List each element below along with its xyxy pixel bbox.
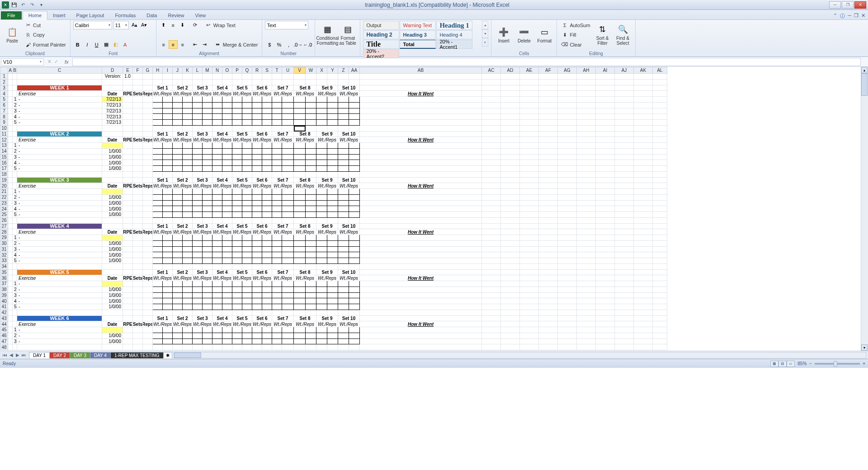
cell-AC15[interactable] xyxy=(482,155,501,160)
cell-J24[interactable] xyxy=(173,206,183,212)
cell-C9[interactable]: - xyxy=(17,120,102,126)
cell-D17[interactable]: 1/0/00 xyxy=(102,166,123,172)
cell-A18[interactable] xyxy=(8,172,13,178)
cell-AA39[interactable] xyxy=(349,293,360,299)
cell-H32[interactable] xyxy=(153,252,163,258)
cell-X26[interactable] xyxy=(316,218,327,224)
cell-R36[interactable]: Wt./Reps xyxy=(252,275,272,281)
cell-L15[interactable] xyxy=(193,155,203,160)
cell-AK25[interactable] xyxy=(634,212,653,218)
cell-Q1[interactable] xyxy=(242,74,252,80)
cell-V24[interactable] xyxy=(294,206,306,212)
cell-AI7[interactable] xyxy=(596,108,615,114)
style-total[interactable]: Total xyxy=(400,40,436,49)
cell-P4[interactable]: Wt./Reps xyxy=(232,91,252,97)
cell-AJ2[interactable] xyxy=(615,80,634,85)
cell-U42[interactable] xyxy=(282,310,294,316)
cell-O31[interactable] xyxy=(222,247,232,253)
cell-Y23[interactable] xyxy=(327,201,338,207)
cell-AE2[interactable] xyxy=(520,80,539,85)
cell-AI2[interactable] xyxy=(596,80,615,85)
cell-AJ10[interactable] xyxy=(615,126,634,132)
cell-V27[interactable]: Set 8 xyxy=(294,224,316,230)
cell-A32[interactable] xyxy=(8,252,13,258)
cell-C31[interactable]: - xyxy=(17,247,102,253)
col-M[interactable]: M xyxy=(203,67,212,74)
cell-V15[interactable] xyxy=(294,155,306,160)
cell-AK24[interactable] xyxy=(634,206,653,212)
cell-G28[interactable]: Reps xyxy=(143,229,153,235)
cell-V19[interactable]: Set 8 xyxy=(294,178,316,183)
cell-AL29[interactable] xyxy=(653,235,667,241)
cell-AG28[interactable] xyxy=(558,229,577,235)
cell-AF14[interactable] xyxy=(539,149,558,155)
style-title[interactable]: Title xyxy=(363,40,399,49)
cell-AB22[interactable] xyxy=(360,195,482,201)
col-D[interactable]: D xyxy=(102,67,123,74)
cell-F39[interactable] xyxy=(133,293,143,299)
cell-AI32[interactable] xyxy=(596,252,615,258)
cell-AI39[interactable] xyxy=(596,293,615,299)
cell-A27[interactable] xyxy=(8,224,13,230)
cell-H30[interactable] xyxy=(153,241,163,247)
cell-X12[interactable]: Wt./Reps xyxy=(316,137,338,143)
cell-X23[interactable] xyxy=(316,201,327,207)
cell-AG8[interactable] xyxy=(558,114,577,120)
cell-R41[interactable] xyxy=(252,304,262,310)
align-bottom-icon[interactable]: ⬇ xyxy=(178,21,187,29)
cell-F18[interactable] xyxy=(133,172,143,178)
cell-AL16[interactable] xyxy=(653,160,667,166)
cell-AK37[interactable] xyxy=(634,281,653,287)
cell-AB37[interactable] xyxy=(360,281,482,287)
cell-E33[interactable] xyxy=(123,258,133,264)
col-AI[interactable]: AI xyxy=(596,67,615,74)
cell-AD19[interactable] xyxy=(501,178,520,183)
cell-X37[interactable] xyxy=(316,281,327,287)
cell-Z38[interactable] xyxy=(338,287,349,293)
cell-V2[interactable] xyxy=(294,80,306,85)
cell-Q6[interactable] xyxy=(242,103,252,108)
cell-AL17[interactable] xyxy=(653,166,667,172)
cell-AA37[interactable] xyxy=(349,281,360,287)
cell-T22[interactable] xyxy=(272,195,282,201)
cell-Z44[interactable]: Wt./Reps xyxy=(338,321,360,327)
cell-J33[interactable] xyxy=(173,258,183,264)
col-AH[interactable]: AH xyxy=(577,67,596,74)
cell-D12[interactable]: Date xyxy=(102,137,123,143)
cell-AH10[interactable] xyxy=(577,126,596,132)
cell-J7[interactable] xyxy=(173,108,183,114)
cell-I5[interactable] xyxy=(163,97,173,103)
cell-AF5[interactable] xyxy=(539,97,558,103)
cell-I37[interactable] xyxy=(163,281,173,287)
cell-AJ28[interactable] xyxy=(615,229,634,235)
cell-AE26[interactable] xyxy=(520,218,539,224)
cell-AL34[interactable] xyxy=(653,264,667,270)
cell-D32[interactable]: 1/0/00 xyxy=(102,252,123,258)
cell-S16[interactable] xyxy=(262,160,272,166)
cell-E46[interactable] xyxy=(123,333,133,339)
cell-J38[interactable] xyxy=(173,287,183,293)
cell-AC29[interactable] xyxy=(482,235,501,241)
cell-A3[interactable] xyxy=(8,85,13,91)
cell-N4[interactable]: Wt./Reps xyxy=(212,91,232,97)
cell-H31[interactable] xyxy=(153,247,163,253)
cell-T28[interactable]: Wt./Reps xyxy=(272,229,294,235)
cell-AG2[interactable] xyxy=(558,80,577,85)
cell-T16[interactable] xyxy=(272,160,282,166)
cell-G2[interactable] xyxy=(143,80,153,85)
cell-R1[interactable] xyxy=(252,74,262,80)
cell-S33[interactable] xyxy=(262,258,272,264)
cell-AJ44[interactable] xyxy=(615,321,634,327)
cell-AJ6[interactable] xyxy=(615,103,634,108)
cell-AA25[interactable] xyxy=(349,212,360,218)
gallery-more-icon[interactable]: ▾ xyxy=(482,38,488,47)
row-10[interactable]: 10 xyxy=(0,126,8,132)
cell-K47[interactable] xyxy=(183,339,193,345)
cell-B21[interactable]: 1 xyxy=(13,189,17,195)
cell-A24[interactable] xyxy=(8,206,13,212)
row-19[interactable]: 19 xyxy=(0,178,8,183)
cell-AJ42[interactable] xyxy=(615,310,634,316)
cell-AA26[interactable] xyxy=(349,218,360,224)
cell-AH25[interactable] xyxy=(577,212,596,218)
cell-F27[interactable] xyxy=(133,224,143,230)
